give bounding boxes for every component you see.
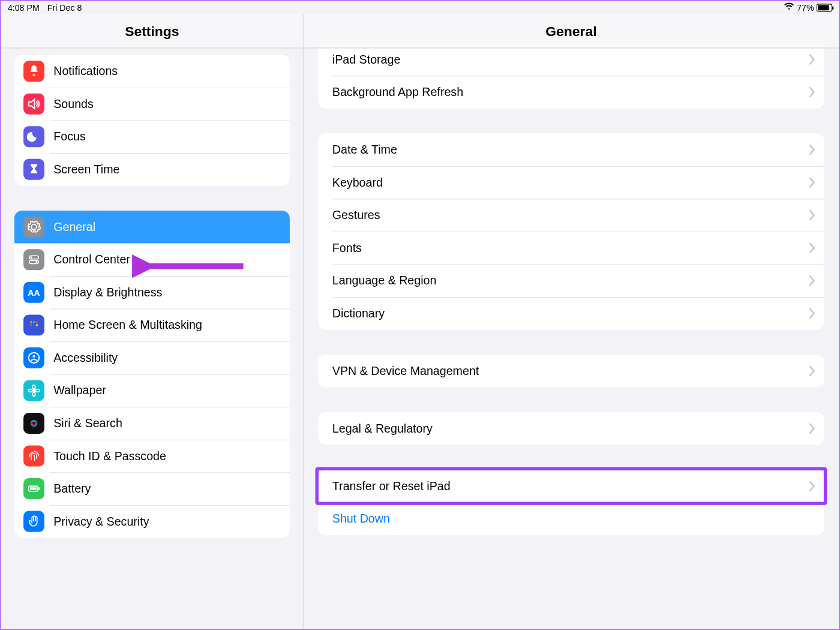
detail-row-storage[interactable]: iPad Storage — [318, 43, 824, 76]
chevron-right-icon — [809, 54, 815, 64]
sidebar-item-battery[interactable]: Battery — [14, 472, 290, 505]
battery-percent: 77% — [797, 3, 814, 13]
svg-point-1 — [30, 256, 32, 258]
wifi-icon — [784, 2, 794, 13]
sidebar-item-display[interactable]: AADisplay & Brightness — [14, 276, 290, 309]
chevron-right-icon — [809, 177, 815, 187]
sidebar-item-label: Wallpaper — [53, 383, 106, 397]
detail-row-label: Background App Refresh — [332, 85, 809, 99]
detail-row-label: iPad Storage — [332, 53, 809, 67]
detail-row-label: Fonts — [332, 241, 809, 255]
chevron-right-icon — [809, 423, 815, 433]
detail-row-fonts[interactable]: Fonts — [318, 232, 824, 265]
speaker-icon — [23, 94, 44, 115]
svg-rect-8 — [36, 321, 38, 323]
chevron-right-icon — [809, 308, 815, 318]
sidebar-item-label: Home Screen & Multitasking — [53, 318, 202, 332]
battery-icon — [23, 478, 44, 499]
sidebar-item-label: Control Center — [53, 253, 130, 266]
detail-row-label: Keyboard — [332, 176, 809, 190]
sidebar-item-screentime[interactable]: Screen Time — [14, 153, 290, 186]
svg-point-19 — [28, 418, 40, 430]
svg-rect-6 — [30, 321, 32, 323]
detail-row-gestures[interactable]: Gestures — [318, 199, 824, 232]
siri-icon — [23, 413, 44, 434]
detail-row-label: Dictionary — [332, 307, 809, 320]
svg-point-18 — [35, 389, 40, 392]
svg-rect-7 — [33, 321, 35, 323]
sidebar-item-label: Siri & Search — [53, 416, 122, 430]
sidebar-item-label: General — [53, 220, 95, 234]
detail-row-langregion[interactable]: Language & Region — [318, 264, 824, 297]
status-date: Fri Dec 8 — [47, 3, 82, 13]
sidebar-item-label: Accessibility — [53, 351, 118, 365]
svg-point-15 — [32, 385, 35, 389]
sidebar-item-label: Focus — [53, 130, 85, 143]
person-icon — [23, 347, 44, 368]
sidebar-item-general[interactable]: General — [14, 211, 290, 244]
sidebar-item-sounds[interactable]: Sounds — [14, 88, 290, 121]
sidebar-item-label: Battery — [53, 482, 91, 496]
detail-row-legal[interactable]: Legal & Regulatory — [318, 412, 824, 445]
detail-row-label: Language & Region — [332, 274, 809, 287]
detail-row-vpn[interactable]: VPN & Device Management — [318, 355, 824, 388]
detail-pane: General iPad StorageBackground App Refre… — [304, 14, 839, 629]
svg-rect-23 — [38, 487, 40, 490]
aa-icon: AA — [23, 282, 44, 303]
detail-row-label: Transfer or Reset iPad — [332, 479, 809, 493]
svg-rect-11 — [36, 324, 38, 326]
finger-icon — [23, 446, 44, 467]
detail-row-keyboard[interactable]: Keyboard — [318, 166, 824, 199]
detail-row-dictionary[interactable]: Dictionary — [318, 297, 824, 330]
sidebar-item-accessibility[interactable]: Accessibility — [14, 341, 290, 374]
svg-point-3 — [35, 261, 37, 263]
svg-rect-9 — [30, 324, 32, 326]
sidebar-item-label: Privacy & Security — [53, 515, 149, 529]
sidebar-item-privacy[interactable]: Privacy & Security — [14, 505, 290, 538]
detail-row-shutdown[interactable]: Shut Down — [318, 502, 824, 535]
chevron-right-icon — [809, 242, 815, 253]
chevron-right-icon — [809, 365, 815, 376]
detail-row-label: Gestures — [332, 208, 809, 222]
sidebar-item-touchid[interactable]: Touch ID & Passcode — [14, 440, 290, 473]
hourglass-icon — [23, 159, 44, 180]
svg-point-12 — [29, 353, 39, 363]
sidebar-item-notifications[interactable]: Notifications — [14, 55, 290, 88]
detail-row-label: Legal & Regulatory — [332, 422, 809, 436]
sidebar: Settings NotificationsSoundsFocusScreen … — [1, 14, 304, 629]
switches-icon — [23, 249, 44, 270]
sidebar-title: Settings — [1, 14, 303, 49]
sidebar-item-controlcenter[interactable]: Control Center — [14, 244, 290, 277]
battery-icon — [817, 4, 832, 11]
sidebar-item-wallpaper[interactable]: Wallpaper — [14, 374, 290, 407]
detail-row-label: Shut Down — [332, 512, 809, 526]
detail-row-transfer[interactable]: Transfer or Reset iPad — [318, 470, 824, 503]
bell-icon — [23, 61, 44, 82]
sidebar-item-label: Sounds — [53, 97, 94, 111]
svg-rect-24 — [30, 487, 37, 490]
sidebar-item-label: Display & Brightness — [53, 286, 162, 299]
flower-icon — [23, 380, 44, 401]
grid-icon — [23, 314, 44, 335]
detail-row-bgrefresh[interactable]: Background App Refresh — [318, 76, 824, 109]
chevron-right-icon — [809, 481, 815, 491]
chevron-right-icon — [809, 210, 815, 220]
sidebar-item-label: Touch ID & Passcode — [53, 449, 166, 463]
svg-point-13 — [32, 355, 35, 357]
sidebar-item-homescreen[interactable]: Home Screen & Multitasking — [14, 309, 290, 342]
svg-text:AA: AA — [28, 288, 40, 298]
sidebar-item-label: Screen Time — [53, 163, 119, 176]
detail-row-label: Date & Time — [332, 143, 809, 157]
sidebar-item-focus[interactable]: Focus — [14, 120, 290, 153]
chevron-right-icon — [809, 145, 815, 155]
sidebar-item-label: Notifications — [53, 64, 118, 78]
chevron-right-icon — [809, 275, 815, 286]
svg-point-17 — [28, 389, 32, 392]
detail-row-label: VPN & Device Management — [332, 364, 809, 378]
chevron-right-icon — [809, 87, 815, 97]
sidebar-item-siri[interactable]: Siri & Search — [14, 407, 290, 440]
gear-icon — [23, 217, 44, 238]
hand-icon — [23, 511, 44, 532]
detail-row-datetime[interactable]: Date & Time — [318, 133, 824, 166]
svg-rect-10 — [33, 324, 35, 326]
